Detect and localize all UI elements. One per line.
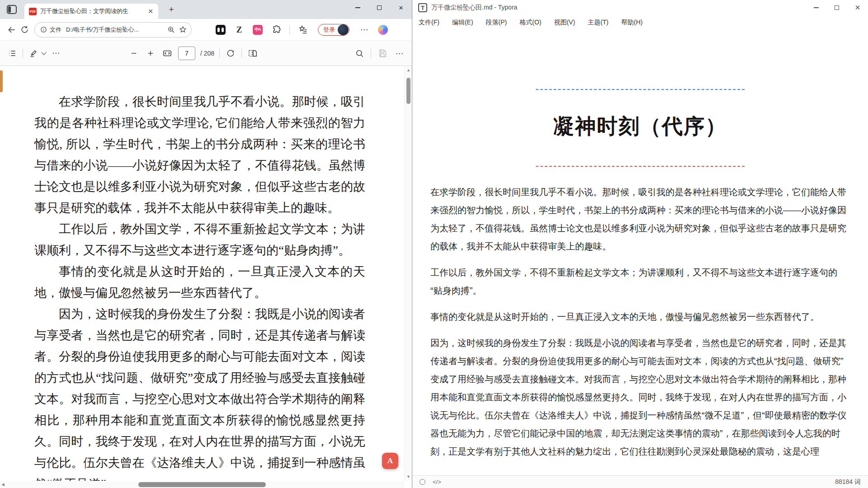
pdf-toolbar-left-group: ⋯	[6, 47, 62, 59]
pdf-toolbar-center-group: / 208	[128, 41, 259, 66]
sidebar-accent-handle[interactable]	[0, 70, 3, 92]
pdf-toolbar: ⋯ / 208	[0, 41, 412, 66]
maximize-icon	[377, 5, 382, 10]
md-paragraph[interactable]: 事情的变化就是从这时开始的，一旦真正浸入文本的天地，傲慢与偏见忽然被另一些东西替…	[430, 308, 848, 326]
pdf-horizontal-scrollbar[interactable]: ◀	[0, 481, 404, 488]
document-heading[interactable]: 凝神时刻（代序）	[412, 113, 868, 141]
copilot-logo	[378, 25, 388, 35]
typora-maximize-button[interactable]	[826, 0, 847, 15]
maximize-icon	[835, 5, 839, 10]
minimize-icon	[355, 7, 360, 8]
front-matter-rule-top	[536, 89, 745, 90]
tab-actions-menu-icon[interactable]	[7, 5, 17, 14]
pdf-search-icon[interactable]	[354, 47, 365, 59]
typora-logo-icon: T	[418, 3, 427, 12]
acrobat-extension-button[interactable]: A	[382, 453, 398, 469]
browser-settings-more-icon[interactable]: ⋯	[359, 24, 370, 35]
pdf-toolbar-divider	[219, 49, 220, 58]
menu-file[interactable]: 文件(F)	[419, 19, 439, 27]
active-tab[interactable]: PDF 万千微尘纷坠心田：文学阅读的生 ✕	[24, 4, 158, 19]
login-button[interactable]: 登录	[318, 24, 349, 36]
pdf-page-area: 在求学阶段，很长时间里我几乎不看小说。那时候，吸引我的是各种社科理论或文学理论,…	[0, 66, 412, 488]
zotero-extension-icon[interactable]: Z	[234, 24, 245, 35]
md-paragraph[interactable]: 工作以后，教外国文学，不得不重新检起文学文本；为讲课顺利，又不得不与这些文本进行…	[430, 263, 848, 300]
source-code-mode-icon[interactable]: </>	[433, 479, 441, 485]
horizontal-scroll-thumb[interactable]	[138, 482, 266, 487]
tab-title: 万千微尘纷坠心田：文学阅读的生	[40, 7, 146, 15]
highlighter-chevron-down-icon[interactable]	[41, 50, 46, 55]
typora-minimize-button[interactable]	[806, 0, 826, 15]
scroll-down-icon[interactable]: ▼	[405, 474, 412, 479]
menu-view[interactable]: 视图(V)	[554, 19, 575, 27]
address-bar[interactable]: 文件 D:/电子书/万千微尘纷坠心...	[34, 22, 192, 38]
typora-window-controls: ✕	[806, 0, 868, 15]
page-number-input[interactable]	[178, 47, 195, 60]
pdf-paragraph: 因为，这时候我的身份发生了分裂：我既是小说的阅读者与享受者，当然也是它的研究者，…	[34, 304, 365, 488]
page-view-icon[interactable]	[247, 47, 259, 59]
url-scheme-label: 文件	[50, 26, 61, 34]
pdf-toolbar-divider	[371, 49, 371, 58]
outline-toggle-icon[interactable]	[420, 479, 425, 485]
login-label: 登录	[323, 26, 335, 34]
pdf-annotate-more-icon[interactable]: ⋯	[50, 47, 62, 59]
info-icon	[40, 26, 47, 33]
panda-eyes-icon	[216, 25, 226, 35]
rotate-icon[interactable]	[225, 47, 236, 59]
menu-format[interactable]: 格式(O)	[519, 19, 541, 27]
pdf-save-icon[interactable]	[377, 47, 388, 59]
typora-menubar: 文件(F) 编辑(E) 段落(P) 格式(O) 视图(V) 主题(T) 帮助(H…	[412, 15, 868, 30]
browser-toolbar: 文件 D:/电子书/万千微尘纷坠心... Z 中A	[0, 19, 412, 41]
typora-editor-area[interactable]: 凝神时刻（代序） 在求学阶段，很长时间里我几乎不看小说。那时候，吸引我的是各种社…	[412, 30, 868, 475]
translate-extension-icon[interactable]: 中A	[252, 24, 263, 35]
vertical-scroll-thumb[interactable]	[406, 78, 410, 104]
document-body: 在求学阶段，很长时间里我几乎不看小说。那时候，吸引我的是各种社科理论或文学理论，…	[430, 183, 848, 460]
translate-zh-en-icon: 中A	[253, 25, 263, 35]
pdf-highlighter-icon[interactable]	[28, 47, 39, 59]
minimize-button[interactable]	[347, 0, 368, 15]
extension-icons-row: Z 中A 登录 ⋯	[215, 24, 388, 36]
pdf-vertical-scrollbar[interactable]: ▲ ▼	[404, 66, 412, 481]
dark-extension-icon[interactable]	[215, 24, 226, 35]
tab-close-icon[interactable]: ✕	[146, 7, 155, 15]
extensions-puzzle-icon[interactable]	[271, 24, 282, 35]
scroll-left-icon[interactable]: ◀	[1, 482, 5, 487]
pdf-document-text: 在求学阶段，很长时间里我几乎不看小说。那时候，吸引我的是各种社科理论或文学理论,…	[34, 91, 365, 488]
pdf-paragraph: 工作以后，教外国文学，不得不重新捡起文学文本；为讲课顺利，又不得不与这些文本进行…	[34, 219, 365, 261]
back-icon[interactable]	[5, 23, 18, 36]
md-paragraph[interactable]: 在求学阶段，很长时间里我几乎不看小说。那时候，吸引我的是各种社科理论或文学理论，…	[430, 183, 848, 255]
menu-help[interactable]: 帮助(H)	[621, 19, 642, 27]
favorite-star-icon[interactable]	[179, 26, 187, 33]
fit-to-width-icon[interactable]	[161, 47, 173, 59]
close-button[interactable]: ✕	[390, 0, 412, 15]
new-tab-button[interactable]: +	[165, 4, 177, 16]
maximize-button[interactable]	[368, 0, 390, 15]
pdf-more-icon[interactable]: ⋯	[394, 47, 406, 59]
page-total-label: / 208	[200, 50, 214, 57]
pdf-toolbar-right-group: ⋯	[354, 41, 406, 66]
refresh-icon[interactable]	[18, 23, 31, 36]
zoom-in-icon[interactable]	[145, 47, 156, 59]
front-matter-rule-bottom	[536, 166, 745, 167]
pdf-paragraph: 在求学阶段，很长时间里我几乎不看小说。那时候，吸引我的是各种社科理论或文学理论,…	[34, 91, 365, 219]
menu-paragraph[interactable]: 段落(P)	[486, 19, 507, 27]
zoom-in-page-icon[interactable]	[167, 26, 175, 33]
toolbar-divider	[289, 25, 290, 34]
pdf-toc-icon[interactable]	[6, 47, 18, 59]
zoom-out-icon[interactable]	[128, 47, 140, 59]
collections-icon[interactable]	[297, 24, 308, 35]
md-paragraph[interactable]: 因为，这时候我的身份发生了分裂：我既是小说的阅读者与享受者，当然也是它的研究者，…	[430, 334, 848, 460]
typora-close-button[interactable]: ✕	[847, 0, 868, 15]
copilot-icon[interactable]	[377, 24, 388, 35]
pdf-paragraph: 事情的变化就是从这时开始的，一旦真正浸入文本的天地，傲慢与偏见忽然被另一些东西替…	[34, 261, 365, 304]
edge-window-controls: ✕	[347, 0, 412, 15]
typora-window-title: 万千微尘纷坠心田.md - Typora	[431, 4, 517, 12]
minimize-icon	[814, 7, 819, 8]
screenshot-stage: PDF 万千微尘纷坠心田：文学阅读的生 ✕ + ✕ 文件 D:/电子书/万	[0, 0, 868, 488]
edge-browser-window: PDF 万千微尘纷坠心田：文学阅读的生 ✕ + ✕ 文件 D:/电子书/万	[0, 0, 412, 488]
menu-edit[interactable]: 编辑(E)	[452, 19, 473, 27]
typora-titlebar: T 万千微尘纷坠心田.md - Typora ✕	[412, 0, 868, 15]
menu-theme[interactable]: 主题(T)	[588, 19, 609, 27]
pdf-favicon-icon: PDF	[29, 8, 37, 15]
scroll-up-icon[interactable]: ▲	[405, 68, 412, 72]
pdf-toolbar-divider	[241, 49, 242, 58]
